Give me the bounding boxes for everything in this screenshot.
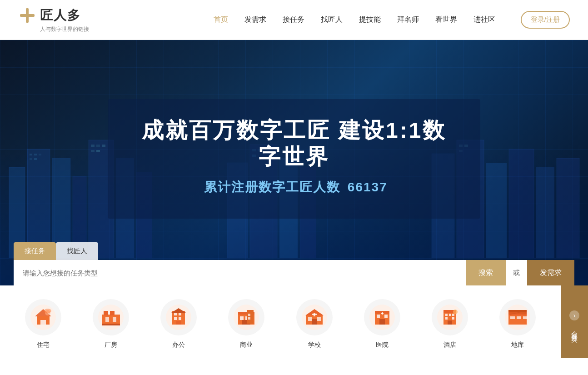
svg-rect-85 — [449, 314, 451, 316]
svg-rect-19 — [30, 154, 32, 155]
svg-rect-59 — [240, 316, 244, 320]
search-tabs: 接任务 找匠人 — [14, 242, 574, 260]
logo-name: 匠人多 — [40, 7, 81, 24]
svg-rect-46 — [113, 317, 116, 322]
svg-rect-26 — [102, 145, 105, 147]
svg-rect-92 — [508, 315, 527, 325]
svg-rect-87 — [445, 317, 448, 320]
hero-overlay: 成就百万数字工匠 建设1:1数字世界 累计注册数字工匠人数 66137 — [108, 99, 480, 219]
hero-subtitle: 累计注册数字工匠人数 66137 — [135, 179, 453, 196]
header: 匠人多 人与数字世界的链接 首页 发需求 接任务 找匠人 提技能 拜名师 看世界… — [0, 0, 588, 40]
category-item-hotel[interactable]: 酒店 — [416, 299, 484, 349]
category-item-factory[interactable]: 厂房 — [77, 299, 145, 349]
category-label-commercial: 商业 — [240, 341, 253, 349]
category-icon-factory — [93, 299, 129, 335]
category-label-office: 办公 — [172, 341, 185, 349]
svg-rect-69 — [317, 317, 321, 321]
svg-rect-1 — [20, 14, 35, 17]
category-item-house[interactable]: 住宅 — [9, 299, 77, 349]
hero-section: 成就百万数字工匠 建设1:1数字世界 累计注册数字工匠人数 66137 接任务 … — [0, 40, 588, 285]
category-icon-commercial — [228, 299, 264, 335]
category-label-house: 住宅 — [37, 341, 50, 349]
nav-item-improve-skill[interactable]: 提技能 — [359, 15, 381, 25]
tab-find-craftsman[interactable]: 找匠人 — [56, 242, 98, 260]
all-categories-arrow-icon: › — [569, 310, 579, 320]
category-item-office[interactable]: 办公 — [145, 299, 213, 349]
category-label-factory: 厂房 — [105, 341, 117, 349]
logo-top: 匠人多 — [18, 6, 89, 25]
svg-rect-50 — [174, 313, 177, 315]
login-button[interactable]: 登录/注册 — [521, 11, 570, 29]
svg-rect-54 — [176, 321, 181, 325]
nav-item-post-demand[interactable]: 发需求 — [244, 15, 266, 25]
category-item-school[interactable]: 学校 — [280, 299, 348, 349]
category-icon-house — [25, 299, 61, 335]
category-item-parking[interactable]: 地库 — [484, 299, 552, 349]
svg-rect-45 — [105, 317, 109, 322]
svg-rect-63 — [248, 314, 250, 316]
all-categories-button[interactable]: › 全部分类 — [561, 285, 588, 358]
svg-rect-64 — [248, 317, 250, 320]
nav-item-find-craftsman[interactable]: 找匠人 — [321, 15, 343, 25]
svg-rect-97 — [517, 316, 521, 319]
category-icon-office — [160, 299, 197, 335]
logo-area: 匠人多 人与数字世界的链接 — [18, 6, 89, 33]
post-demand-button[interactable]: 发需求 — [527, 260, 574, 285]
svg-rect-89 — [448, 320, 452, 325]
svg-rect-80 — [382, 312, 383, 315]
svg-rect-62 — [247, 310, 254, 324]
category-icon-school — [296, 299, 333, 335]
svg-rect-84 — [445, 314, 448, 316]
svg-rect-77 — [384, 315, 388, 318]
logo-icon — [18, 6, 36, 25]
svg-rect-44 — [110, 311, 115, 315]
svg-rect-98 — [523, 316, 528, 319]
category-label-parking: 地库 — [511, 341, 524, 349]
nav-item-home[interactable]: 首页 — [214, 15, 228, 25]
svg-rect-23 — [34, 158, 37, 160]
nav-item-world[interactable]: 看世界 — [435, 15, 457, 25]
svg-rect-22 — [30, 158, 32, 160]
svg-rect-43 — [104, 311, 108, 315]
tab-take-task[interactable]: 接任务 — [14, 242, 56, 260]
category-label-hotel: 酒店 — [443, 341, 456, 349]
nav-item-take-task[interactable]: 接任务 — [283, 15, 304, 25]
svg-rect-21 — [39, 154, 41, 155]
svg-rect-47 — [102, 324, 120, 325]
category-icon-hospital — [364, 299, 400, 335]
svg-rect-70 — [312, 319, 317, 325]
svg-rect-52 — [174, 317, 177, 320]
svg-rect-76 — [377, 315, 380, 318]
all-categories-label: 全部分类 — [569, 326, 579, 333]
category-icon-hotel — [432, 299, 468, 335]
svg-rect-24 — [91, 145, 95, 147]
search-button[interactable]: 搜索 — [466, 260, 506, 285]
search-bar: 搜索 或 发需求 — [14, 260, 574, 285]
nav-item-community[interactable]: 进社区 — [473, 15, 495, 25]
svg-rect-88 — [452, 317, 454, 320]
svg-rect-16 — [509, 149, 534, 258]
svg-rect-78 — [379, 319, 385, 325]
category-item-hospital[interactable]: 医院 — [348, 299, 416, 349]
hero-title: 成就百万数字工匠 建设1:1数字世界 — [135, 117, 453, 170]
categories-section: 住宅 厂房 — [0, 285, 588, 358]
search-section: 接任务 找匠人 搜索 或 发需求 — [0, 242, 588, 285]
category-item-commercial[interactable]: 商业 — [213, 299, 280, 349]
svg-rect-72 — [312, 314, 317, 315]
category-label-school: 学校 — [308, 341, 321, 349]
category-label-hospital: 医院 — [376, 341, 389, 349]
svg-point-90 — [453, 310, 458, 314]
svg-rect-25 — [96, 145, 100, 147]
category-icon-parking — [499, 299, 536, 335]
logo-subtitle: 人与数字世界的链接 — [40, 25, 89, 33]
svg-rect-96 — [510, 316, 515, 319]
main-nav: 首页 发需求 接任务 找匠人 提技能 拜名师 看世界 进社区 登录/注册 — [214, 11, 570, 29]
svg-point-40 — [44, 309, 51, 313]
svg-rect-42 — [102, 315, 120, 325]
nav-item-master[interactable]: 拜名师 — [397, 15, 419, 25]
search-input[interactable] — [14, 260, 466, 285]
or-text: 或 — [506, 260, 527, 285]
categories-list: 住宅 厂房 — [0, 285, 561, 358]
svg-rect-53 — [179, 317, 181, 320]
svg-rect-38 — [40, 320, 46, 325]
